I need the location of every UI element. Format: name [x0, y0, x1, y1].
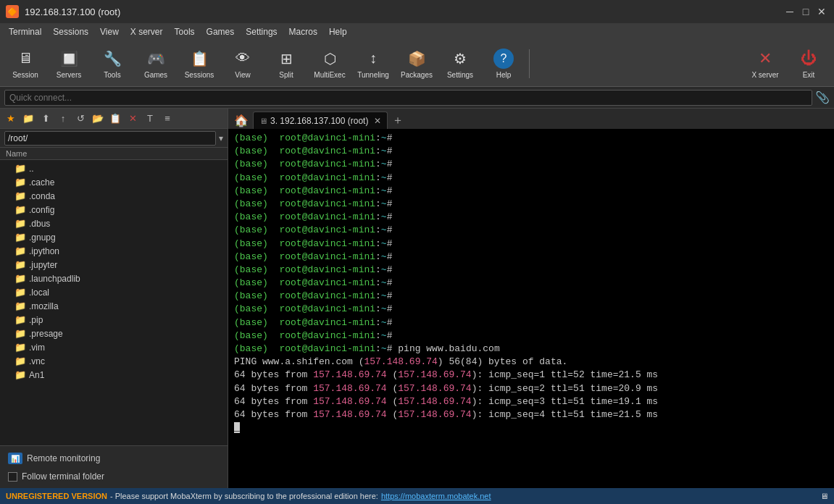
path-input[interactable] [4, 131, 216, 146]
file-item-conda[interactable]: 📁 .conda [0, 189, 228, 203]
file-item-config[interactable]: 📁 .config [0, 203, 228, 217]
terminal-line-ping-cmd: (base) root@davinci-mini:~# ping www.bai… [234, 343, 828, 356]
file-item-dotdot[interactable]: 📁 .. [0, 161, 228, 175]
delete-icon[interactable]: ✕ [125, 111, 141, 127]
folder-icon-btn[interactable]: 📁 [20, 111, 36, 127]
new-folder-icon[interactable]: 📂 [90, 111, 106, 127]
maximize-button[interactable]: □ [799, 5, 812, 18]
menu-view[interactable]: View [94, 25, 125, 38]
toolbar-help[interactable]: ? Help [483, 43, 525, 85]
more-icon[interactable]: ≡ [159, 111, 175, 127]
toolbar-multiexec-label: MultiExec [314, 71, 345, 79]
file-name: .dbus [29, 219, 50, 229]
quick-connect-input[interactable] [4, 90, 812, 106]
terminal-line: (base) root@davinci-mini:~# [234, 264, 828, 277]
follow-folder-btn[interactable]: Follow terminal folder [6, 469, 222, 484]
path-dropdown[interactable]: ▾ [219, 133, 223, 143]
file-item-gnupg[interactable]: 📁 .gnupg [0, 230, 228, 244]
toolbar-tunneling[interactable]: ↕ Tunneling [352, 43, 394, 85]
menu-terminal[interactable]: Terminal [3, 25, 47, 38]
monitor-icon [8, 453, 22, 464]
file-item-mozilla[interactable]: 📁 .mozilla [0, 299, 228, 313]
home-button[interactable]: 🏠 [231, 112, 251, 129]
toolbar-view[interactable]: 👁 View [222, 43, 264, 85]
terminal-line: (base) root@davinci-mini:~# [234, 198, 828, 211]
file-item-vnc[interactable]: 📁 .vnc [0, 354, 228, 368]
menu-sessions[interactable]: Sessions [47, 25, 94, 38]
tools-icon: 🔧 [102, 49, 122, 69]
copy-icon[interactable]: 📋 [107, 111, 123, 127]
toolbar-tools[interactable]: 🔧 Tools [91, 43, 133, 85]
sessions-icon: 📋 [189, 49, 209, 69]
file-name: .gnupg [29, 232, 56, 243]
file-column-header: Name [0, 148, 228, 160]
upload-icon[interactable]: ⬆ [38, 111, 54, 127]
toolbar: 🖥 Session 🔲 Servers 🔧 Tools 🎮 Games 📋 Se… [0, 41, 834, 87]
file-item-local[interactable]: 📁 .local [0, 285, 228, 299]
support-link[interactable]: https://mobaxterm.mobatek.net [381, 492, 491, 500]
right-panel: 🏠 🖥 3. 192.168.137.100 (root) ✕ ＋ (base)… [228, 109, 834, 488]
follow-folder-label: Follow terminal folder [22, 471, 104, 482]
toolbar-split[interactable]: ⊞ Split [265, 43, 307, 85]
file-item-pip[interactable]: 📁 .pip [0, 313, 228, 327]
terminal-line-ping-2: 64 bytes from 157.148.69.74 (157.148.69.… [234, 382, 828, 395]
refresh-icon[interactable]: ↺ [72, 111, 88, 127]
left-bottom-panel: Remote monitoring Follow terminal folder [0, 445, 228, 488]
add-tab-button[interactable]: ＋ [389, 112, 406, 129]
menu-macros[interactable]: Macros [283, 25, 323, 38]
menu-games[interactable]: Games [201, 25, 241, 38]
left-panel: ★ 📁 ⬆ ↑ ↺ 📂 📋 ✕ T ≡ ▾ Name 📁 .. [0, 109, 228, 488]
file-name: .presage [29, 329, 63, 339]
file-item-jupyter[interactable]: 📁 .jupyter [0, 258, 228, 272]
up-folder-icon[interactable]: ↑ [55, 111, 71, 127]
file-item-presage[interactable]: 📁 .presage [0, 327, 228, 340]
close-tab-button[interactable]: ✕ [374, 116, 381, 126]
folder-icon: 📁 [14, 163, 26, 174]
file-name: .config [29, 205, 54, 215]
minimize-button[interactable]: ─ [783, 5, 796, 18]
terminal-tab[interactable]: 🖥 3. 192.168.137.100 (root) ✕ [253, 112, 388, 129]
toolbar-servers[interactable]: 🔲 Servers [48, 43, 90, 85]
menu-settings[interactable]: Settings [240, 25, 283, 38]
terminal-line: (base) root@davinci-mini:~# [234, 172, 828, 185]
file-item-launchpadlib[interactable]: 📁 .launchpadlib [0, 272, 228, 285]
folder-icon: 📁 [14, 259, 26, 270]
remote-monitoring-btn[interactable]: Remote monitoring [6, 450, 222, 466]
status-bar: UNREGISTERED VERSION - Please support Mo… [0, 488, 834, 504]
file-item-vim[interactable]: 📁 .vim [0, 340, 228, 354]
favorite-icon[interactable]: ★ [3, 111, 19, 127]
toolbar-xserver[interactable]: ✕ X server [744, 43, 786, 85]
toolbar-multiexec[interactable]: ⬡ MultiExec [309, 43, 351, 85]
follow-folder-checkbox[interactable] [8, 472, 17, 482]
terminal-line-ping-info: PING www.a.shifen.com (157.148.69.74) 56… [234, 356, 828, 369]
file-list[interactable]: 📁 .. 📁 .cache 📁 .conda 📁 .config 📁 .dbus… [0, 160, 228, 445]
toolbar-servers-label: Servers [57, 71, 81, 79]
status-message: - Please support MobaXterm by subscribin… [110, 492, 378, 500]
toolbar-session[interactable]: 🖥 Session [4, 43, 46, 85]
file-item-cache[interactable]: 📁 .cache [0, 175, 228, 189]
menu-xserver[interactable]: X server [125, 25, 169, 38]
terminal-output[interactable]: (base) root@davinci-mini:~# (base) root@… [228, 129, 834, 488]
folder-icon: 📁 [14, 301, 26, 311]
folder-icon: 📁 [14, 204, 26, 215]
toolbar-games[interactable]: 🎮 Games [135, 43, 177, 85]
toolbar-settings[interactable]: ⚙ Settings [439, 43, 481, 85]
menu-help[interactable]: Help [323, 25, 353, 38]
toolbar-session-label: Session [12, 71, 38, 79]
help-icon: ? [493, 49, 514, 69]
file-item-dbus[interactable]: 📁 .dbus [0, 217, 228, 230]
file-item-an1[interactable]: 📁 An1 [0, 368, 228, 382]
folder-icon: 📁 [14, 190, 26, 201]
folder-icon: 📁 [14, 245, 26, 256]
toolbar-sessions[interactable]: 📋 Sessions [178, 43, 220, 85]
close-button[interactable]: ✕ [815, 5, 828, 18]
terminal-line: (base) root@davinci-mini:~# [234, 290, 828, 303]
menu-tools[interactable]: Tools [169, 25, 201, 38]
attach-icon[interactable]: 📎 [815, 91, 830, 104]
file-item-ipython[interactable]: 📁 .ipython [0, 244, 228, 258]
file-name: .cache [29, 177, 54, 188]
toolbar-packages[interactable]: 📦 Packages [396, 43, 438, 85]
terminal-line: (base) root@davinci-mini:~# [234, 211, 828, 224]
text-icon[interactable]: T [142, 111, 158, 127]
toolbar-exit[interactable]: ⏻ Exit [788, 43, 830, 85]
